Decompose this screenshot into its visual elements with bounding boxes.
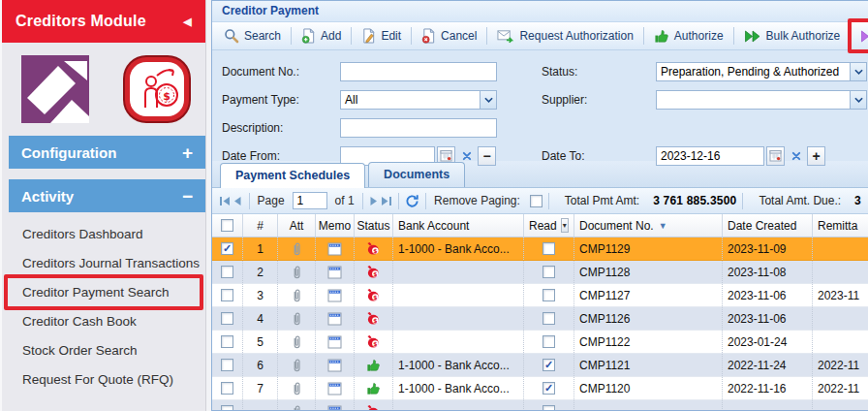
sidebar-item-request-for-quote-rfq[interactable]: Request For Quote (RFQ) xyxy=(9,364,205,394)
row-checkbox[interactable] xyxy=(221,359,233,371)
edit-button[interactable]: Edit xyxy=(356,25,407,47)
cell-created xyxy=(723,400,813,410)
sidebar-item-creditors-journal-transactions[interactable]: Creditors Journal Transactions xyxy=(9,248,205,277)
payment-type-select[interactable]: All xyxy=(340,90,497,110)
filter-dropdown-icon[interactable]: ▾ xyxy=(561,218,569,233)
last-page-button[interactable] xyxy=(380,196,392,206)
sidebar-item-creditor-cash-book[interactable]: Creditor Cash Book xyxy=(9,306,205,335)
read-checkbox[interactable] xyxy=(542,242,555,255)
read-checkbox[interactable] xyxy=(542,335,555,348)
read-checkbox[interactable] xyxy=(542,289,555,301)
search-button[interactable]: Search xyxy=(218,25,287,47)
attachment-icon[interactable] xyxy=(291,404,303,411)
row-checkbox[interactable] xyxy=(221,312,233,325)
refresh-icon[interactable] xyxy=(405,194,419,208)
supplier-select[interactable] xyxy=(656,90,867,110)
remove-paging-checkbox[interactable] xyxy=(530,195,542,207)
document-no-input[interactable] xyxy=(340,62,497,81)
memo-icon[interactable] xyxy=(327,289,342,302)
calendar-icon[interactable] xyxy=(766,146,785,166)
column-header-memo[interactable]: Memo xyxy=(316,214,355,237)
section-activity[interactable]: Activity − xyxy=(9,179,205,212)
next-page-button[interactable] xyxy=(369,196,381,206)
attachment-icon[interactable] xyxy=(291,241,303,257)
cell-doc: CMP1127 xyxy=(579,289,630,302)
sidebar-item-creditors-dashboard[interactable]: Creditors Dashboard xyxy=(9,219,205,248)
memo-icon[interactable] xyxy=(327,242,342,256)
cell-select xyxy=(212,400,243,410)
prev-page-button[interactable] xyxy=(232,196,243,206)
row-checkbox[interactable] xyxy=(221,382,233,395)
attachment-icon[interactable] xyxy=(291,288,303,303)
attachment-icon[interactable] xyxy=(291,381,303,396)
memo-icon[interactable] xyxy=(327,382,342,395)
sidebar-item-stock-order-search[interactable]: Stock Order Search xyxy=(9,335,205,364)
read-checkbox[interactable] xyxy=(542,405,555,410)
chevron-down-icon[interactable] xyxy=(850,91,866,109)
memo-icon[interactable] xyxy=(327,312,342,326)
chevron-down-icon[interactable] xyxy=(480,91,496,109)
table-row[interactable]: 2$CMP11282023-11-08 xyxy=(212,261,868,284)
table-row[interactable]: 61-1000 - Bank Acco...CMP11212022-11-242… xyxy=(212,354,868,377)
column-header-status[interactable]: Status xyxy=(355,214,393,237)
status-select[interactable]: Preparation, Pending & Authorized xyxy=(656,62,867,81)
column-header-[interactable]: # xyxy=(243,214,278,237)
select-all-checkbox[interactable] xyxy=(221,219,233,232)
column-header-document-no[interactable]: Document No.▼ xyxy=(574,214,723,237)
row-checkbox[interactable] xyxy=(221,289,233,301)
cell-created: 2023-11-08 xyxy=(723,261,813,283)
table-row[interactable]: 5$CMP11222023-01-24 xyxy=(212,331,868,354)
table-row[interactable]: 4$CMP11262023-11-06 xyxy=(212,307,868,331)
collapse-arrow-icon[interactable]: ◀ xyxy=(183,16,192,28)
column-header-att[interactable]: Att xyxy=(278,214,316,237)
memo-icon[interactable] xyxy=(327,335,342,349)
request-authorization-button[interactable]: Request Authorization xyxy=(491,26,638,47)
attachment-icon[interactable] xyxy=(291,311,303,327)
tab-documents[interactable]: Documents xyxy=(368,162,465,187)
cell-num xyxy=(243,400,278,410)
column-label: # xyxy=(257,219,264,233)
row-checkbox[interactable] xyxy=(221,242,233,255)
authorize-button[interactable]: Authorize xyxy=(648,26,729,47)
add-button[interactable]: Add xyxy=(295,25,347,47)
date-from-adjust-button[interactable]: − xyxy=(478,146,496,166)
memo-icon[interactable] xyxy=(327,405,342,411)
column-header-remitta[interactable]: Remitta xyxy=(813,214,868,237)
attachment-icon[interactable] xyxy=(291,265,303,280)
description-input[interactable] xyxy=(340,118,497,138)
column-header-select[interactable] xyxy=(212,214,243,237)
read-checkbox[interactable] xyxy=(542,359,555,371)
row-checkbox[interactable] xyxy=(221,266,233,278)
process-button[interactable]: Process xyxy=(854,26,868,46)
table-row[interactable]: $ xyxy=(212,400,868,410)
memo-icon[interactable] xyxy=(327,266,342,279)
row-checkbox[interactable] xyxy=(221,335,233,348)
first-page-button[interactable] xyxy=(219,196,232,206)
table-row[interactable]: 3$CMP11272023-11-062023-11 xyxy=(212,284,868,307)
toolbar-separator xyxy=(643,27,644,45)
bulk-authorize-button[interactable]: Bulk Authorize xyxy=(738,26,847,46)
column-header-bank-account[interactable]: Bank Account xyxy=(393,214,524,237)
read-checkbox[interactable] xyxy=(542,266,555,278)
attachment-icon[interactable] xyxy=(291,334,303,350)
column-header-read[interactable]: Read▾ xyxy=(524,214,574,237)
tab-payment-schedules[interactable]: Payment Schedules xyxy=(220,163,365,188)
clear-date-icon[interactable] xyxy=(787,146,805,166)
section-configuration[interactable]: Configuration + xyxy=(9,136,205,169)
memo-icon[interactable] xyxy=(327,359,342,372)
date-to-input[interactable] xyxy=(656,146,764,166)
cell-doc: CMP1120 xyxy=(579,382,630,395)
attachment-icon[interactable] xyxy=(291,358,303,373)
row-checkbox[interactable] xyxy=(221,405,233,410)
table-row[interactable]: 71-1000 - Bank Acco...CMP11202022-11-162… xyxy=(212,377,868,400)
cancel-button[interactable]: Cancel xyxy=(416,25,482,47)
column-header-date-created[interactable]: Date Created xyxy=(723,214,813,237)
read-checkbox[interactable] xyxy=(542,382,555,395)
sidebar-item-creditor-payment-search[interactable]: Creditor Payment Search xyxy=(9,277,205,306)
date-to-adjust-button[interactable]: + xyxy=(807,146,825,166)
page-number-input[interactable] xyxy=(293,192,327,209)
read-checkbox[interactable] xyxy=(542,312,555,325)
chevron-down-icon[interactable] xyxy=(850,63,866,80)
table-row[interactable]: 1$1-1000 - Bank Acco...CMP11292023-11-09 xyxy=(212,237,868,261)
module-header[interactable]: Creditors Module ◀ xyxy=(2,0,205,43)
